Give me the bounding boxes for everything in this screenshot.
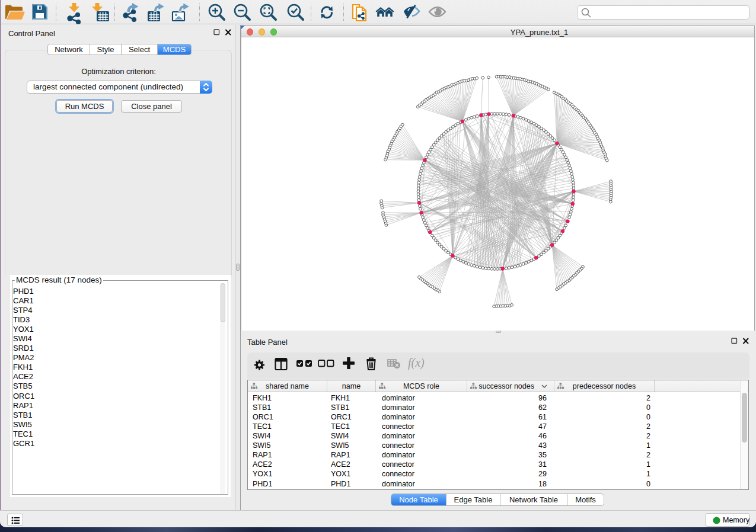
svg-text:f(x): f(x)	[408, 356, 425, 370]
